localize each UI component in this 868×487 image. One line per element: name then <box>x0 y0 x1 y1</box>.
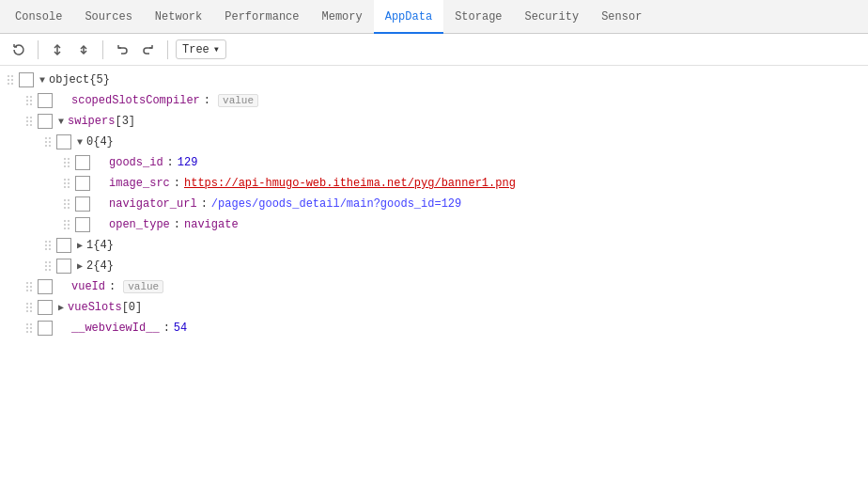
tab-appdata[interactable]: AppData <box>374 0 443 34</box>
refresh-button[interactable] <box>8 39 30 61</box>
row-expand-icon[interactable] <box>19 72 34 87</box>
row-grip-handle[interactable] <box>64 199 71 209</box>
tab-security[interactable]: Security <box>514 0 591 34</box>
row-value-bracket: [3] <box>115 115 135 128</box>
row-grip-handle[interactable] <box>26 96 34 105</box>
row-colon: : <box>204 94 210 107</box>
row-colon: : <box>109 280 116 293</box>
row-value-tag: value <box>123 280 163 293</box>
row-expand-icon[interactable] <box>38 321 53 336</box>
toolbar-divider-1 <box>38 40 39 59</box>
row-expand-icon[interactable] <box>38 300 53 315</box>
row-value-link[interactable]: https://api-hmugo-web.itheima.net/pyg/ba… <box>184 177 516 190</box>
row-expand-icon[interactable] <box>75 176 90 191</box>
row-grip-handle[interactable] <box>64 158 71 167</box>
expand-arrow-icon[interactable]: ▶ <box>77 240 83 251</box>
row-colon: : <box>163 322 170 335</box>
tree-container: ▼ object {5} scopedSlotsCompiler :value … <box>0 66 868 487</box>
expand-arrow-icon[interactable]: ▶ <box>58 302 64 313</box>
row-value-bracket: [0] <box>122 301 143 314</box>
row-key: __webviewId__ <box>71 322 160 335</box>
toolbar-divider-2 <box>102 40 103 59</box>
dropdown-arrow-icon: ▾ <box>213 42 220 56</box>
row-key: object <box>49 73 89 86</box>
row-value-bracket: {5} <box>89 73 110 86</box>
row-grip-handle[interactable] <box>45 137 53 147</box>
row-expand-icon[interactable] <box>75 196 90 212</box>
tab-sensor[interactable]: Sensor <box>590 0 653 34</box>
row-expand-icon[interactable] <box>38 279 53 294</box>
row-key: 2 <box>86 259 93 273</box>
row-colon: : <box>174 218 180 231</box>
collapse-all-button[interactable] <box>72 39 95 61</box>
tree-row: open_type : navigate <box>0 214 868 235</box>
row-expand-icon[interactable] <box>75 217 90 232</box>
row-colon: : <box>167 156 174 169</box>
expand-arrow-icon[interactable]: ▼ <box>39 75 45 86</box>
row-value-navigate: navigate <box>184 218 239 231</box>
redo-button[interactable] <box>137 39 160 61</box>
tab-sources[interactable]: Sources <box>73 0 143 34</box>
row-value-bracket: {4} <box>93 135 114 149</box>
tree-view-label: Tree <box>182 43 209 56</box>
row-key: navigator_url <box>109 197 197 211</box>
tree-row: ▶ 1 {4} <box>0 235 868 256</box>
row-key: 0 <box>86 135 93 149</box>
toolbar: Tree ▾ <box>0 34 868 66</box>
tree-row: __webviewId__ : 54 <box>0 318 868 338</box>
row-expand-icon[interactable] <box>38 114 53 129</box>
row-value-number: 54 <box>174 322 187 335</box>
content-area: ▼ object {5} scopedSlotsCompiler :value … <box>0 66 868 487</box>
tab-storage[interactable]: Storage <box>443 0 513 34</box>
tree-row: navigator_url : /pages/goods_detail/main… <box>0 194 868 214</box>
row-key: vueSlots <box>68 301 122 314</box>
tab-memory[interactable]: Memory <box>310 0 373 34</box>
row-key: 1 <box>86 239 93 252</box>
row-expand-icon[interactable] <box>75 155 90 170</box>
row-key: goods_id <box>109 156 163 169</box>
tree-row: scopedSlotsCompiler :value <box>0 90 868 111</box>
row-key: vueId <box>71 280 105 293</box>
row-grip-handle[interactable] <box>26 117 34 126</box>
expand-arrow-icon[interactable]: ▼ <box>77 137 83 148</box>
tab-performance[interactable]: Performance <box>213 0 310 34</box>
row-expand-icon[interactable] <box>38 93 53 108</box>
row-expand-icon[interactable] <box>56 259 71 274</box>
row-key: open_type <box>109 218 170 231</box>
tree-row: ▶ vueSlots [0] <box>0 297 868 318</box>
row-value-bracket: {4} <box>93 239 114 252</box>
row-grip-handle[interactable] <box>26 323 34 333</box>
tree-row: goods_id : 129 <box>0 152 868 173</box>
tree-row: ▼ object {5} <box>0 70 868 90</box>
tab-bar: Console Sources Network Performance Memo… <box>0 0 868 34</box>
row-grip-handle[interactable] <box>26 282 34 291</box>
row-grip-handle[interactable] <box>8 75 15 85</box>
row-colon: : <box>174 177 180 190</box>
undo-button[interactable] <box>111 39 133 61</box>
row-grip-handle[interactable] <box>64 220 71 229</box>
row-grip-handle[interactable] <box>45 241 53 250</box>
tree-row: image_src : https://api-hmugo-web.itheim… <box>0 173 868 194</box>
row-grip-handle[interactable] <box>26 303 34 312</box>
row-value-tag: value <box>218 94 258 107</box>
tab-console[interactable]: Console <box>4 0 73 34</box>
row-value-number: 129 <box>178 156 198 169</box>
toolbar-divider-3 <box>167 40 168 59</box>
tab-network[interactable]: Network <box>144 0 213 34</box>
tree-row: ▶ 2 {4} <box>0 256 868 276</box>
row-expand-icon[interactable] <box>56 134 71 149</box>
row-grip-handle[interactable] <box>64 179 71 188</box>
expand-all-button[interactable] <box>46 39 69 61</box>
tree-row: vueId :value <box>0 276 868 297</box>
row-value-path: /pages/goods_detail/main?goods_id=129 <box>211 197 461 211</box>
tree-view-dropdown[interactable]: Tree ▾ <box>176 39 226 59</box>
row-expand-icon[interactable] <box>56 238 71 253</box>
row-value-bracket: {4} <box>93 259 114 273</box>
expand-arrow-icon[interactable]: ▼ <box>58 117 64 127</box>
expand-arrow-icon[interactable]: ▶ <box>77 260 83 272</box>
row-key: swipers <box>68 115 115 128</box>
tree-row: ▼ swipers [3] <box>0 111 868 132</box>
row-key: scopedSlotsCompiler <box>71 94 200 107</box>
row-grip-handle[interactable] <box>45 261 53 271</box>
row-key: image_src <box>109 177 170 190</box>
